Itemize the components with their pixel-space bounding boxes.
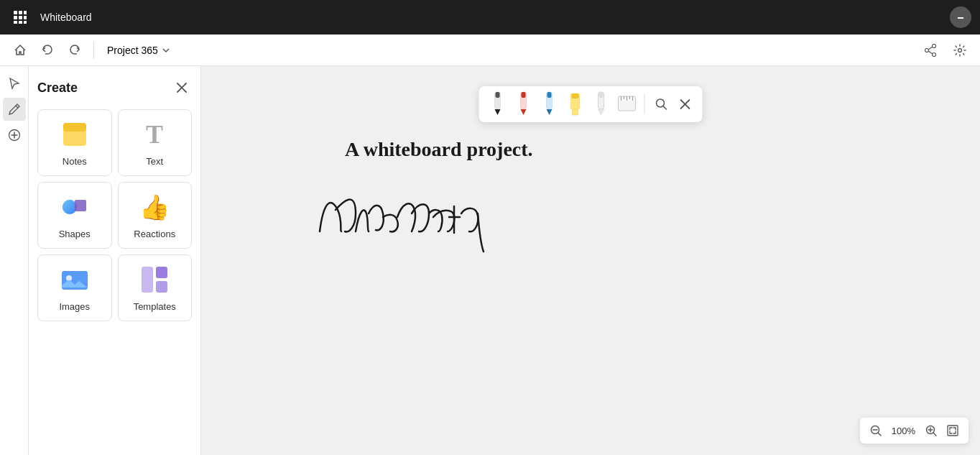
notes-label: Notes <box>63 156 87 167</box>
app-title: Whiteboard <box>40 12 941 23</box>
svg-marker-46 <box>598 109 604 115</box>
images-icon <box>59 264 91 295</box>
svg-point-13 <box>958 48 962 52</box>
svg-rect-1 <box>19 11 22 14</box>
left-sidebar <box>0 66 29 455</box>
svg-rect-29 <box>142 267 153 293</box>
create-items-grid: Notes T Text <box>37 109 192 321</box>
text-icon: T <box>139 119 170 150</box>
zoom-value: 100% <box>887 426 920 436</box>
svg-rect-8 <box>24 21 27 24</box>
shapes-icon <box>59 191 91 223</box>
zoom-fit-button[interactable] <box>943 420 963 441</box>
svg-line-54 <box>663 106 667 110</box>
canvas-area[interactable]: A whiteboard project. <box>201 66 980 455</box>
svg-line-12 <box>929 51 933 54</box>
reactions-icon: 👍 <box>139 191 170 223</box>
notes-icon <box>59 119 91 150</box>
svg-rect-45 <box>599 92 604 98</box>
pen-search-button[interactable] <box>651 93 672 115</box>
zoom-controls: 100% <box>860 418 969 443</box>
redo-button[interactable] <box>63 39 86 62</box>
chevron-down-icon <box>161 45 171 55</box>
svg-text:T: T <box>146 120 163 149</box>
svg-rect-5 <box>24 16 27 19</box>
canvas-content: A whiteboard project. <box>345 138 533 173</box>
svg-rect-6 <box>14 21 17 24</box>
project-name-label: Project 365 <box>107 45 158 56</box>
select-tool-button[interactable] <box>3 72 26 95</box>
shapes-label: Shapes <box>59 229 91 239</box>
svg-rect-3 <box>14 16 17 19</box>
share-button[interactable] <box>920 39 943 62</box>
home-button[interactable] <box>9 39 32 62</box>
svg-rect-4 <box>19 16 22 19</box>
white-pen-tool[interactable] <box>590 91 613 118</box>
black-pen-tool[interactable] <box>486 91 509 118</box>
svg-line-59 <box>878 433 881 436</box>
svg-text:👍: 👍 <box>139 193 170 222</box>
svg-rect-31 <box>156 281 167 293</box>
svg-line-14 <box>16 106 18 108</box>
svg-marker-34 <box>495 109 501 115</box>
red-pen-tool[interactable] <box>512 91 535 118</box>
undo-button[interactable] <box>36 39 59 62</box>
blue-pen-tool[interactable] <box>538 91 561 118</box>
svg-rect-64 <box>948 426 958 436</box>
svg-rect-7 <box>19 21 22 24</box>
svg-line-63 <box>933 433 936 436</box>
create-panel: Create Notes T <box>29 66 201 455</box>
svg-rect-21 <box>63 123 86 132</box>
add-content-button[interactable] <box>3 124 26 147</box>
project-name-button[interactable]: Project 365 <box>101 42 177 59</box>
svg-rect-39 <box>547 92 552 98</box>
pen-toolbar <box>479 86 703 122</box>
svg-rect-25 <box>75 200 86 211</box>
text-label: Text <box>146 156 163 167</box>
svg-line-11 <box>929 47 933 50</box>
images-label: Images <box>59 301 90 312</box>
red-pen-icon <box>516 91 532 116</box>
pen-close-button[interactable] <box>675 94 695 114</box>
close-panel-button[interactable] <box>172 78 192 98</box>
templates-icon <box>139 264 170 295</box>
reactions-label: Reactions <box>134 229 175 239</box>
user-avatar[interactable] <box>950 6 971 28</box>
pen-tool-button[interactable] <box>3 98 26 121</box>
topbar: Whiteboard <box>0 0 980 35</box>
black-pen-icon <box>490 91 506 116</box>
yellow-highlighter-tool[interactable] <box>564 91 587 118</box>
svg-marker-40 <box>547 109 553 115</box>
ruler-icon <box>617 91 637 116</box>
svg-rect-0 <box>14 11 17 14</box>
toolbar-divider <box>93 42 94 59</box>
pen-toolbar-divider <box>644 94 645 114</box>
secondary-toolbar: Project 365 <box>0 35 980 66</box>
handwriting-svg <box>313 174 542 260</box>
create-shapes-item[interactable]: Shapes <box>37 182 112 249</box>
main-area: Create Notes T <box>0 66 980 455</box>
templates-label: Templates <box>134 301 176 312</box>
svg-rect-33 <box>496 92 500 98</box>
create-notes-item[interactable]: Notes <box>37 109 112 176</box>
svg-rect-43 <box>573 109 578 115</box>
zoom-in-button[interactable] <box>921 420 941 441</box>
svg-rect-2 <box>24 11 27 14</box>
yellow-highlighter-icon <box>568 91 583 116</box>
svg-marker-37 <box>521 109 527 115</box>
blue-pen-icon <box>542 91 558 116</box>
zoom-out-button[interactable] <box>866 420 886 441</box>
create-images-item[interactable]: Images <box>37 254 112 321</box>
canvas-heading: A whiteboard project. <box>345 138 533 161</box>
create-reactions-item[interactable]: 👍 Reactions <box>118 182 193 249</box>
create-panel-header: Create <box>37 78 192 98</box>
create-templates-item[interactable]: Templates <box>118 254 193 321</box>
apps-grid-button[interactable] <box>9 6 32 29</box>
settings-button[interactable] <box>948 39 971 62</box>
ruler-tool[interactable] <box>616 91 639 118</box>
create-text-item[interactable]: T Text <box>118 109 193 176</box>
white-pen-icon <box>593 91 609 116</box>
svg-rect-42 <box>572 93 579 98</box>
create-panel-title: Create <box>37 81 78 96</box>
svg-rect-36 <box>522 92 526 98</box>
